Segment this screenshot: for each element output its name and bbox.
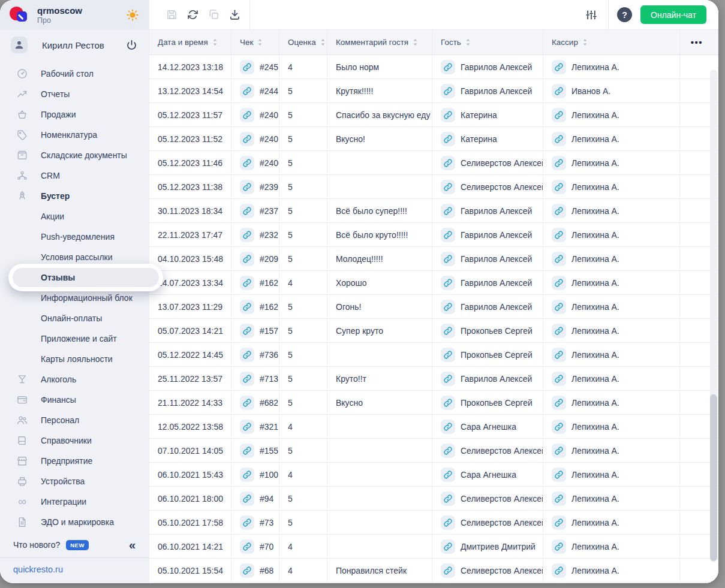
link-icon[interactable] bbox=[552, 468, 566, 482]
link-icon[interactable] bbox=[552, 324, 566, 338]
link-icon[interactable] bbox=[240, 156, 254, 170]
link-icon[interactable] bbox=[240, 491, 254, 506]
download-button[interactable] bbox=[228, 8, 241, 21]
link-icon[interactable] bbox=[552, 204, 566, 218]
link-icon[interactable] bbox=[552, 108, 566, 122]
link-icon[interactable] bbox=[552, 276, 566, 290]
link-icon[interactable] bbox=[552, 180, 566, 194]
link-icon[interactable] bbox=[552, 156, 566, 170]
sidebar-item-booster[interactable]: Бустер bbox=[0, 186, 149, 206]
link-icon[interactable] bbox=[552, 444, 566, 458]
link-icon[interactable] bbox=[441, 252, 455, 266]
link-icon[interactable] bbox=[240, 372, 254, 386]
link-icon[interactable] bbox=[441, 180, 455, 194]
link-icon[interactable] bbox=[240, 60, 254, 74]
link-icon[interactable] bbox=[240, 515, 254, 530]
link-icon[interactable] bbox=[552, 132, 566, 146]
sidebar-item-dashboard[interactable]: Рабочий стол bbox=[0, 64, 149, 84]
link-icon[interactable] bbox=[441, 132, 455, 146]
quickresto-link[interactable]: quickresto.ru bbox=[13, 565, 63, 574]
sidebar-item-finance[interactable]: Финансы bbox=[0, 390, 149, 410]
sidebar-item-app-and-site[interactable]: Приложение и сайт bbox=[0, 328, 149, 349]
sidebar-item-reports[interactable]: Отчеты bbox=[0, 84, 149, 104]
online-chat-button[interactable]: Онлайн-чат bbox=[640, 5, 706, 24]
link-icon[interactable] bbox=[240, 228, 254, 242]
link-icon[interactable] bbox=[441, 396, 455, 410]
link-icon[interactable] bbox=[441, 60, 455, 74]
vertical-scrollbar[interactable] bbox=[710, 70, 717, 562]
logout-button[interactable] bbox=[125, 39, 138, 52]
refresh-button[interactable] bbox=[186, 8, 199, 21]
link-icon[interactable] bbox=[552, 228, 566, 242]
link-icon[interactable] bbox=[552, 252, 566, 266]
table-settings-button[interactable] bbox=[585, 9, 597, 21]
link-icon[interactable] bbox=[441, 491, 455, 506]
link-icon[interactable] bbox=[552, 420, 566, 434]
column-header-datetime[interactable]: Дата и время bbox=[149, 30, 231, 55]
collapse-sidebar-button[interactable]: « bbox=[129, 538, 136, 552]
sidebar-item-online-payments[interactable]: Онлайн-оплаты bbox=[0, 308, 149, 328]
link-icon[interactable] bbox=[240, 204, 254, 218]
link-icon[interactable] bbox=[441, 204, 455, 218]
column-header-cashier[interactable]: Кассир bbox=[543, 30, 680, 55]
link-icon[interactable] bbox=[240, 84, 254, 98]
link-icon[interactable] bbox=[552, 515, 566, 530]
sidebar-item-loyalty-cards[interactable]: Карты лояльности bbox=[0, 349, 149, 369]
link-icon[interactable] bbox=[441, 324, 455, 338]
sidebar-item-warehouse-docs[interactable]: Складские документы bbox=[0, 145, 149, 165]
copy-button[interactable] bbox=[207, 8, 220, 21]
user-row[interactable]: Кирилл Рестов bbox=[0, 30, 149, 60]
link-icon[interactable] bbox=[240, 420, 254, 434]
link-icon[interactable] bbox=[441, 108, 455, 122]
link-icon[interactable] bbox=[441, 468, 455, 482]
link-icon[interactable] bbox=[240, 348, 254, 362]
sidebar-item-integrations[interactable]: ∞Интеграции bbox=[0, 491, 149, 512]
link-icon[interactable] bbox=[552, 60, 566, 74]
sidebar-item-edo[interactable]: ЭДО и маркировка bbox=[0, 512, 149, 532]
link-icon[interactable] bbox=[240, 468, 254, 482]
sidebar-item-enterprise[interactable]: Предприятие bbox=[0, 451, 149, 471]
link-icon[interactable] bbox=[240, 396, 254, 410]
column-settings-button[interactable]: ••• bbox=[691, 37, 703, 47]
sidebar-item-directories[interactable]: Справочники bbox=[0, 430, 149, 451]
link-icon[interactable] bbox=[441, 84, 455, 98]
link-icon[interactable] bbox=[552, 348, 566, 362]
link-icon[interactable] bbox=[240, 108, 254, 122]
scrollbar-thumb[interactable] bbox=[710, 394, 717, 561]
column-header-comment[interactable]: Комментарий гостя bbox=[327, 30, 432, 55]
link-icon[interactable] bbox=[441, 300, 455, 314]
help-button[interactable]: ? bbox=[617, 7, 632, 22]
whats-new-link[interactable]: Что нового? bbox=[13, 540, 60, 550]
link-icon[interactable] bbox=[441, 444, 455, 458]
column-header-check[interactable]: Чек bbox=[231, 30, 279, 55]
sidebar-item-nomenclature[interactable]: Номенклатура bbox=[0, 125, 149, 145]
link-icon[interactable] bbox=[240, 300, 254, 314]
sidebar-item-promotions[interactable]: Акции bbox=[0, 206, 149, 227]
link-icon[interactable] bbox=[552, 539, 566, 554]
sidebar-item-reviews[interactable]: Отзывы bbox=[8, 264, 163, 291]
link-icon[interactable] bbox=[240, 539, 254, 554]
link-icon[interactable] bbox=[552, 300, 566, 314]
link-icon[interactable] bbox=[552, 372, 566, 386]
link-icon[interactable] bbox=[240, 252, 254, 266]
link-icon[interactable] bbox=[441, 563, 455, 578]
save-button[interactable] bbox=[166, 8, 178, 21]
column-header-rating[interactable]: Оценка bbox=[279, 30, 327, 55]
link-icon[interactable] bbox=[552, 563, 566, 578]
link-icon[interactable] bbox=[240, 180, 254, 194]
link-icon[interactable] bbox=[441, 420, 455, 434]
link-icon[interactable] bbox=[441, 539, 455, 554]
link-icon[interactable] bbox=[240, 324, 254, 338]
sidebar-item-alcohol[interactable]: Алкоголь bbox=[0, 369, 149, 390]
link-icon[interactable] bbox=[240, 276, 254, 290]
column-header-guest[interactable]: Гость bbox=[432, 30, 543, 55]
sidebar-item-sales[interactable]: Продажи bbox=[0, 104, 149, 125]
link-icon[interactable] bbox=[441, 372, 455, 386]
link-icon[interactable] bbox=[441, 515, 455, 530]
link-icon[interactable] bbox=[240, 132, 254, 146]
link-icon[interactable] bbox=[240, 563, 254, 578]
link-icon[interactable] bbox=[441, 276, 455, 290]
theme-toggle-button[interactable] bbox=[126, 8, 139, 22]
link-icon[interactable] bbox=[552, 491, 566, 506]
link-icon[interactable] bbox=[552, 396, 566, 410]
